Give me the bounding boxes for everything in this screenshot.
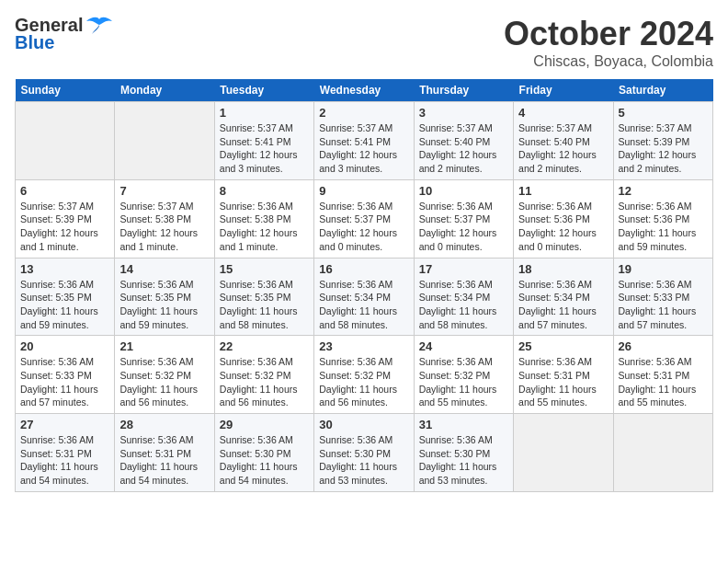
day-number: 26 — [619, 339, 708, 353]
day-number: 16 — [319, 262, 408, 276]
day-number: 9 — [319, 184, 408, 198]
day-number: 30 — [319, 418, 408, 431]
day-info: Sunrise: 5:36 AMSunset: 5:34 PMDaylight:… — [319, 278, 408, 332]
header-thursday: Thursday — [414, 79, 513, 102]
day-number: 4 — [518, 106, 608, 120]
calendar-cell: 18Sunrise: 5:36 AMSunset: 5:34 PMDayligh… — [514, 258, 613, 336]
page-subtitle: Chiscas, Boyaca, Colombia — [504, 53, 713, 70]
week-row-1: 1Sunrise: 5:37 AMSunset: 5:41 PMDaylight… — [16, 102, 713, 180]
day-info: Sunrise: 5:36 AMSunset: 5:32 PMDaylight:… — [220, 355, 309, 409]
calendar-cell: 11Sunrise: 5:36 AMSunset: 5:36 PMDayligh… — [514, 179, 613, 258]
day-number: 21 — [119, 339, 209, 353]
calendar-cell — [514, 414, 613, 492]
calendar-cell: 7Sunrise: 5:37 AMSunset: 5:38 PMDaylight… — [115, 179, 214, 258]
calendar-cell: 6Sunrise: 5:37 AMSunset: 5:39 PMDaylight… — [16, 179, 115, 258]
calendar-cell: 15Sunrise: 5:36 AMSunset: 5:35 PMDayligh… — [214, 258, 313, 336]
day-info: Sunrise: 5:36 AMSunset: 5:34 PMDaylight:… — [419, 278, 508, 332]
day-number: 10 — [419, 184, 508, 198]
week-row-5: 27Sunrise: 5:36 AMSunset: 5:31 PMDayligh… — [16, 414, 713, 492]
day-info: Sunrise: 5:36 AMSunset: 5:34 PMDaylight:… — [518, 278, 608, 332]
day-info: Sunrise: 5:36 AMSunset: 5:36 PMDaylight:… — [518, 200, 608, 254]
day-number: 3 — [419, 106, 508, 120]
header-friday: Friday — [514, 79, 613, 102]
day-number: 15 — [220, 262, 309, 276]
header-tuesday: Tuesday — [214, 79, 313, 102]
day-info: Sunrise: 5:36 AMSunset: 5:30 PMDaylight:… — [419, 433, 508, 488]
calendar-cell: 14Sunrise: 5:36 AMSunset: 5:35 PMDayligh… — [115, 258, 214, 336]
calendar-cell: 16Sunrise: 5:36 AMSunset: 5:34 PMDayligh… — [314, 258, 414, 336]
day-number: 6 — [20, 184, 109, 198]
calendar-cell: 25Sunrise: 5:36 AMSunset: 5:31 PMDayligh… — [514, 336, 613, 414]
calendar-cell: 29Sunrise: 5:36 AMSunset: 5:30 PMDayligh… — [214, 414, 313, 492]
day-info: Sunrise: 5:37 AMSunset: 5:39 PMDaylight:… — [20, 200, 109, 254]
day-number: 22 — [220, 339, 309, 353]
day-number: 27 — [20, 418, 109, 431]
calendar-header-row: SundayMondayTuesdayWednesdayThursdayFrid… — [16, 79, 713, 102]
page-title: October 2024 — [504, 15, 713, 53]
day-info: Sunrise: 5:37 AMSunset: 5:39 PMDaylight:… — [619, 121, 708, 176]
day-info: Sunrise: 5:36 AMSunset: 5:30 PMDaylight:… — [319, 433, 408, 488]
day-info: Sunrise: 5:37 AMSunset: 5:41 PMDaylight:… — [220, 121, 309, 176]
calendar-cell: 3Sunrise: 5:37 AMSunset: 5:40 PMDaylight… — [414, 102, 513, 180]
day-number: 17 — [419, 262, 508, 276]
logo: General Blue — [15, 15, 112, 53]
calendar-cell: 4Sunrise: 5:37 AMSunset: 5:40 PMDaylight… — [514, 102, 613, 180]
day-info: Sunrise: 5:37 AMSunset: 5:40 PMDaylight:… — [419, 121, 508, 176]
calendar-cell: 27Sunrise: 5:36 AMSunset: 5:31 PMDayligh… — [16, 414, 115, 492]
day-info: Sunrise: 5:36 AMSunset: 5:30 PMDaylight:… — [220, 433, 309, 488]
day-number: 14 — [119, 262, 209, 276]
header-wednesday: Wednesday — [314, 79, 414, 102]
day-number: 20 — [20, 339, 109, 353]
day-number: 8 — [220, 184, 309, 198]
day-info: Sunrise: 5:36 AMSunset: 5:31 PMDaylight:… — [518, 355, 608, 409]
day-info: Sunrise: 5:36 AMSunset: 5:35 PMDaylight:… — [20, 278, 109, 332]
calendar-cell: 8Sunrise: 5:36 AMSunset: 5:38 PMDaylight… — [214, 179, 313, 258]
header-monday: Monday — [115, 79, 214, 102]
day-number: 24 — [419, 339, 508, 353]
day-number: 18 — [518, 262, 608, 276]
day-info: Sunrise: 5:36 AMSunset: 5:31 PMDaylight:… — [119, 433, 209, 488]
day-number: 1 — [220, 106, 309, 120]
day-info: Sunrise: 5:36 AMSunset: 5:33 PMDaylight:… — [619, 278, 708, 332]
day-info: Sunrise: 5:36 AMSunset: 5:32 PMDaylight:… — [319, 355, 408, 409]
calendar-cell: 13Sunrise: 5:36 AMSunset: 5:35 PMDayligh… — [16, 258, 115, 336]
calendar-cell: 22Sunrise: 5:36 AMSunset: 5:32 PMDayligh… — [214, 336, 313, 414]
day-info: Sunrise: 5:36 AMSunset: 5:33 PMDaylight:… — [20, 355, 109, 409]
day-info: Sunrise: 5:36 AMSunset: 5:32 PMDaylight:… — [119, 355, 209, 409]
calendar-cell: 1Sunrise: 5:37 AMSunset: 5:41 PMDaylight… — [214, 102, 313, 180]
calendar-cell: 30Sunrise: 5:36 AMSunset: 5:30 PMDayligh… — [314, 414, 414, 492]
calendar-cell: 23Sunrise: 5:36 AMSunset: 5:32 PMDayligh… — [314, 336, 414, 414]
calendar-cell: 31Sunrise: 5:36 AMSunset: 5:30 PMDayligh… — [414, 414, 513, 492]
calendar-cell: 21Sunrise: 5:36 AMSunset: 5:32 PMDayligh… — [115, 336, 214, 414]
calendar-cell: 28Sunrise: 5:36 AMSunset: 5:31 PMDayligh… — [115, 414, 214, 492]
calendar-cell — [613, 414, 712, 492]
calendar-cell: 19Sunrise: 5:36 AMSunset: 5:33 PMDayligh… — [613, 258, 712, 336]
calendar-cell — [16, 102, 115, 180]
header-sunday: Sunday — [16, 79, 115, 102]
day-number: 23 — [319, 339, 408, 353]
day-number: 19 — [619, 262, 708, 276]
day-number: 12 — [619, 184, 708, 198]
week-row-4: 20Sunrise: 5:36 AMSunset: 5:33 PMDayligh… — [16, 336, 713, 414]
calendar-cell: 10Sunrise: 5:36 AMSunset: 5:37 PMDayligh… — [414, 179, 513, 258]
calendar-cell: 12Sunrise: 5:36 AMSunset: 5:36 PMDayligh… — [613, 179, 712, 258]
calendar-table: SundayMondayTuesdayWednesdayThursdayFrid… — [15, 79, 713, 492]
day-number: 5 — [619, 106, 708, 120]
day-info: Sunrise: 5:37 AMSunset: 5:40 PMDaylight:… — [518, 121, 608, 176]
day-number: 28 — [119, 418, 209, 431]
day-number: 31 — [419, 418, 508, 431]
week-row-3: 13Sunrise: 5:36 AMSunset: 5:35 PMDayligh… — [16, 258, 713, 336]
calendar-cell: 20Sunrise: 5:36 AMSunset: 5:33 PMDayligh… — [16, 336, 115, 414]
logo-bird-icon — [86, 16, 112, 36]
day-info: Sunrise: 5:36 AMSunset: 5:37 PMDaylight:… — [319, 200, 408, 254]
calendar-cell: 26Sunrise: 5:36 AMSunset: 5:31 PMDayligh… — [613, 336, 712, 414]
day-info: Sunrise: 5:36 AMSunset: 5:31 PMDaylight:… — [619, 355, 708, 409]
title-block: October 2024 Chiscas, Boyaca, Colombia — [504, 15, 713, 70]
calendar-cell: 24Sunrise: 5:36 AMSunset: 5:32 PMDayligh… — [414, 336, 513, 414]
calendar-cell: 2Sunrise: 5:37 AMSunset: 5:41 PMDaylight… — [314, 102, 414, 180]
day-number: 11 — [518, 184, 608, 198]
day-info: Sunrise: 5:37 AMSunset: 5:41 PMDaylight:… — [319, 121, 408, 176]
calendar-cell: 17Sunrise: 5:36 AMSunset: 5:34 PMDayligh… — [414, 258, 513, 336]
calendar-cell: 5Sunrise: 5:37 AMSunset: 5:39 PMDaylight… — [613, 102, 712, 180]
day-info: Sunrise: 5:37 AMSunset: 5:38 PMDaylight:… — [119, 200, 209, 254]
